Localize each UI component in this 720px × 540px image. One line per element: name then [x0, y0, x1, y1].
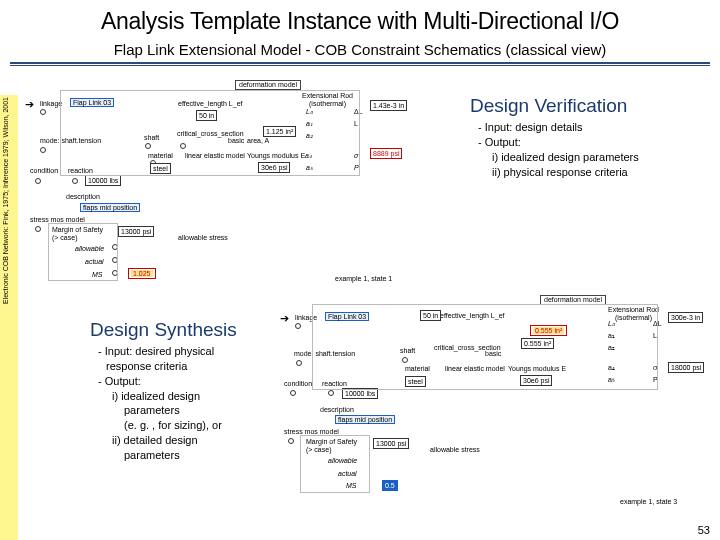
dv-output: - Output:	[478, 135, 639, 150]
node-dot	[40, 147, 46, 153]
node-dot	[290, 390, 296, 396]
frp-box-b: flaps mid position	[335, 415, 395, 424]
zone-outline-mos	[48, 223, 118, 281]
desc-label: description	[66, 193, 100, 201]
delta-L-value-b: 300e-3 in	[668, 312, 703, 323]
ds-o1c: (e. g. , for sizing), or	[98, 418, 268, 433]
frp-box: flaps mid position	[80, 203, 140, 212]
ds-input-b: response criteria	[98, 359, 268, 374]
zone-deformation: deformation model	[235, 80, 301, 90]
example-label-top: example 1, state 1	[335, 275, 392, 283]
desc-label-b: description	[320, 406, 354, 414]
cond-label-b: condition	[284, 380, 312, 388]
delta-L-value: 1.43e-3 in	[370, 100, 407, 111]
design-verification-list: - Input: design details - Output: i) ide…	[478, 120, 639, 179]
right-arrow-icon: ➔	[25, 98, 34, 111]
design-verification-heading: Design Verification	[470, 96, 627, 117]
ms-value-b: 0.5	[382, 480, 398, 491]
example-label-bot: example 1, state 3	[620, 498, 677, 506]
node-dot	[72, 178, 78, 184]
divider-thick	[10, 62, 710, 64]
node-dot	[35, 226, 41, 232]
stress-value-b: 18000 psi	[668, 362, 704, 373]
allow-stress-label: allowable stress	[178, 234, 228, 242]
zone-outline-bot	[312, 304, 658, 390]
ds-o2: ii) detailed design	[98, 433, 268, 448]
node-dot	[328, 390, 334, 396]
zone-outline-mos-b	[300, 435, 370, 493]
sidebar-strip: Electronic COB Network: Fink, 1975; Infe…	[0, 95, 18, 540]
node-dot	[296, 360, 302, 366]
page-number: 53	[698, 524, 710, 536]
dv-o1: i) idealized design parameters	[478, 150, 639, 165]
ms-value: 1.025	[131, 270, 153, 277]
mos-value-b: 13000 psi	[373, 438, 409, 449]
divider-thin	[10, 65, 710, 66]
node-dot	[295, 323, 301, 329]
ds-o1b: parameters	[98, 403, 268, 418]
ds-o1: i) idealized design	[98, 389, 268, 404]
design-synthesis-heading: Design Synthesis	[90, 320, 237, 341]
page-title: Analysis Template Instance with Multi-Di…	[0, 0, 720, 35]
force-value: 10000 lbs	[85, 175, 121, 186]
sidebar-citation: Electronic COB Network: Fink, 1975; Infe…	[2, 97, 9, 304]
allow-stress-label-b: allowable stress	[430, 446, 480, 454]
page-subtitle: Flap Link Extensional Model - COB Constr…	[0, 35, 720, 58]
ds-output: - Output:	[98, 374, 268, 389]
node-dot	[288, 438, 294, 444]
ds-input: - Input: desired physical	[98, 344, 268, 359]
design-synthesis-list: - Input: desired physical response crite…	[98, 344, 268, 463]
cond-label: condition	[30, 167, 58, 175]
dv-input: - Input: design details	[478, 120, 639, 135]
stress-value: 8889 psi	[370, 148, 402, 159]
ds-o2b: parameters	[98, 448, 268, 463]
node-dot	[35, 178, 41, 184]
ms-value-box: 1.025	[128, 268, 156, 279]
mos-value: 13000 psi	[118, 226, 154, 237]
zone-outline-top	[60, 90, 360, 176]
linkage-label: linkage	[40, 100, 62, 108]
node-dot	[40, 109, 46, 115]
dv-o2: ii) physical response criteria	[478, 165, 639, 180]
right-arrow-icon: ➔	[280, 312, 289, 325]
